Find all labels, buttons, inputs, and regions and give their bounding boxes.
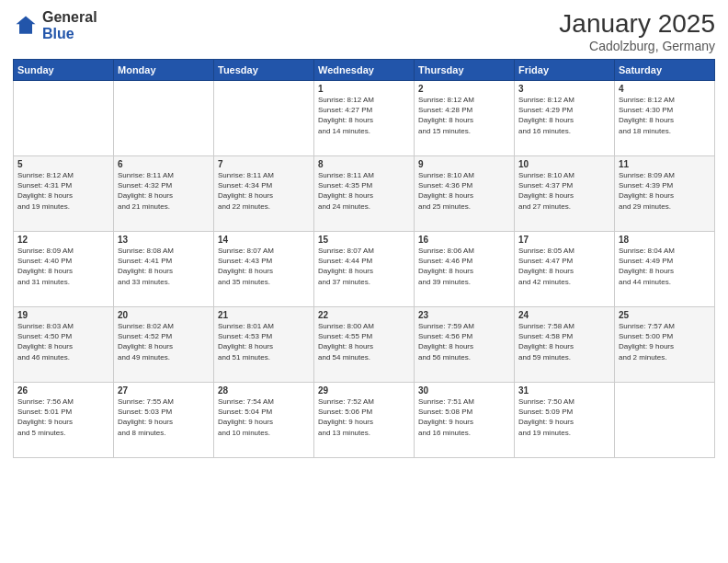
calendar-week-row: 5Sunrise: 8:12 AM Sunset: 4:31 PM Daylig…	[14, 156, 715, 232]
calendar-cell	[14, 81, 114, 156]
day-info: Sunrise: 8:02 AM Sunset: 4:52 PM Dayligh…	[118, 321, 210, 362]
day-number: 24	[518, 310, 610, 320]
day-number: 17	[518, 235, 610, 245]
day-info: Sunrise: 8:12 AM Sunset: 4:28 PM Dayligh…	[418, 95, 510, 136]
calendar-cell: 24Sunrise: 7:58 AM Sunset: 4:58 PM Dayli…	[515, 307, 615, 383]
day-info: Sunrise: 7:52 AM Sunset: 5:06 PM Dayligh…	[318, 396, 410, 438]
weekday-header: Saturday	[615, 60, 715, 81]
day-info: Sunrise: 8:04 AM Sunset: 4:49 PM Dayligh…	[619, 246, 711, 287]
day-number: 29	[318, 385, 410, 396]
calendar-cell: 5Sunrise: 8:12 AM Sunset: 4:31 PM Daylig…	[14, 156, 114, 232]
day-number: 18	[619, 235, 711, 245]
calendar-cell: 23Sunrise: 7:59 AM Sunset: 4:56 PM Dayli…	[415, 307, 515, 383]
day-info: Sunrise: 8:12 AM Sunset: 4:31 PM Dayligh…	[17, 170, 109, 212]
weekday-header: Friday	[515, 60, 615, 81]
day-info: Sunrise: 8:11 AM Sunset: 4:32 PM Dayligh…	[118, 170, 210, 212]
calendar-week-row: 19Sunrise: 8:03 AM Sunset: 4:50 PM Dayli…	[14, 307, 715, 383]
day-info: Sunrise: 7:51 AM Sunset: 5:08 PM Dayligh…	[418, 396, 510, 438]
day-info: Sunrise: 8:00 AM Sunset: 4:55 PM Dayligh…	[318, 321, 410, 362]
day-number: 20	[118, 310, 210, 320]
calendar-cell: 27Sunrise: 7:55 AM Sunset: 5:03 PM Dayli…	[114, 383, 214, 458]
calendar-cell: 22Sunrise: 8:00 AM Sunset: 4:55 PM Dayli…	[314, 307, 415, 383]
svg-marker-0	[17, 16, 36, 33]
logo: General Blue	[13, 9, 97, 41]
weekday-header: Wednesday	[314, 60, 415, 81]
day-number: 19	[17, 310, 109, 320]
day-info: Sunrise: 8:01 AM Sunset: 4:53 PM Dayligh…	[218, 321, 310, 362]
day-info: Sunrise: 8:12 AM Sunset: 4:29 PM Dayligh…	[518, 95, 610, 136]
day-info: Sunrise: 7:54 AM Sunset: 5:04 PM Dayligh…	[218, 396, 310, 438]
calendar-cell	[114, 81, 214, 156]
day-number: 2	[418, 84, 510, 94]
day-info: Sunrise: 8:10 AM Sunset: 4:36 PM Dayligh…	[418, 170, 510, 212]
day-info: Sunrise: 8:11 AM Sunset: 4:35 PM Dayligh…	[318, 170, 410, 212]
calendar-subtitle: Cadolzburg, Germany	[559, 39, 715, 53]
day-number: 6	[118, 159, 210, 169]
calendar-cell: 28Sunrise: 7:54 AM Sunset: 5:04 PM Dayli…	[214, 383, 314, 458]
weekday-header: Sunday	[14, 60, 114, 81]
calendar-cell: 17Sunrise: 8:05 AM Sunset: 4:47 PM Dayli…	[515, 232, 615, 307]
day-number: 15	[318, 235, 410, 245]
calendar-cell: 31Sunrise: 7:50 AM Sunset: 5:09 PM Dayli…	[515, 383, 615, 458]
day-number: 25	[619, 310, 711, 320]
calendar-cell: 10Sunrise: 8:10 AM Sunset: 4:37 PM Dayli…	[515, 156, 615, 232]
calendar-cell: 29Sunrise: 7:52 AM Sunset: 5:06 PM Dayli…	[314, 383, 415, 458]
calendar-cell: 25Sunrise: 7:57 AM Sunset: 5:00 PM Dayli…	[615, 307, 715, 383]
day-number: 5	[17, 159, 109, 169]
calendar-cell: 4Sunrise: 8:12 AM Sunset: 4:30 PM Daylig…	[615, 81, 715, 156]
calendar-week-row: 26Sunrise: 7:56 AM Sunset: 5:01 PM Dayli…	[14, 383, 715, 458]
weekday-header: Tuesday	[214, 60, 314, 81]
calendar-cell: 12Sunrise: 8:09 AM Sunset: 4:40 PM Dayli…	[14, 232, 114, 307]
calendar-week-row: 12Sunrise: 8:09 AM Sunset: 4:40 PM Dayli…	[14, 232, 715, 307]
day-info: Sunrise: 8:07 AM Sunset: 4:44 PM Dayligh…	[318, 246, 410, 287]
day-info: Sunrise: 8:08 AM Sunset: 4:41 PM Dayligh…	[118, 246, 210, 287]
calendar-cell: 7Sunrise: 8:11 AM Sunset: 4:34 PM Daylig…	[214, 156, 314, 232]
weekday-header-row: SundayMondayTuesdayWednesdayThursdayFrid…	[14, 60, 715, 81]
day-number: 23	[418, 310, 510, 320]
header: General Blue January 2025 Cadolzburg, Ge…	[13, 9, 715, 53]
calendar-cell: 3Sunrise: 8:12 AM Sunset: 4:29 PM Daylig…	[515, 81, 615, 156]
weekday-header: Monday	[114, 60, 214, 81]
calendar-table: SundayMondayTuesdayWednesdayThursdayFrid…	[13, 59, 715, 458]
day-number: 8	[318, 159, 410, 169]
calendar-cell: 6Sunrise: 8:11 AM Sunset: 4:32 PM Daylig…	[114, 156, 214, 232]
calendar-cell: 16Sunrise: 8:06 AM Sunset: 4:46 PM Dayli…	[415, 232, 515, 307]
day-info: Sunrise: 8:05 AM Sunset: 4:47 PM Dayligh…	[518, 246, 610, 287]
weekday-header: Thursday	[415, 60, 515, 81]
calendar-cell: 2Sunrise: 8:12 AM Sunset: 4:28 PM Daylig…	[415, 81, 515, 156]
day-info: Sunrise: 8:06 AM Sunset: 4:46 PM Dayligh…	[418, 246, 510, 287]
day-info: Sunrise: 7:55 AM Sunset: 5:03 PM Dayligh…	[118, 396, 210, 438]
day-info: Sunrise: 7:58 AM Sunset: 4:58 PM Dayligh…	[518, 321, 610, 362]
day-number: 11	[619, 159, 711, 169]
logo-icon	[13, 13, 39, 39]
calendar-title: January 2025	[559, 9, 715, 39]
calendar-cell: 21Sunrise: 8:01 AM Sunset: 4:53 PM Dayli…	[214, 307, 314, 383]
day-info: Sunrise: 7:50 AM Sunset: 5:09 PM Dayligh…	[518, 396, 610, 438]
day-number: 30	[418, 385, 510, 396]
day-number: 16	[418, 235, 510, 245]
calendar-cell: 9Sunrise: 8:10 AM Sunset: 4:36 PM Daylig…	[415, 156, 515, 232]
calendar-cell: 20Sunrise: 8:02 AM Sunset: 4:52 PM Dayli…	[114, 307, 214, 383]
day-number: 9	[418, 159, 510, 169]
day-info: Sunrise: 7:57 AM Sunset: 5:00 PM Dayligh…	[619, 321, 711, 362]
day-info: Sunrise: 8:12 AM Sunset: 4:27 PM Dayligh…	[318, 95, 410, 136]
day-info: Sunrise: 8:09 AM Sunset: 4:39 PM Dayligh…	[619, 170, 711, 212]
day-number: 22	[318, 310, 410, 320]
title-block: January 2025 Cadolzburg, Germany	[559, 9, 715, 53]
calendar-cell: 8Sunrise: 8:11 AM Sunset: 4:35 PM Daylig…	[314, 156, 415, 232]
day-number: 12	[17, 235, 109, 245]
day-number: 1	[318, 84, 410, 94]
day-number: 10	[518, 159, 610, 169]
calendar-cell: 19Sunrise: 8:03 AM Sunset: 4:50 PM Dayli…	[14, 307, 114, 383]
day-info: Sunrise: 8:12 AM Sunset: 4:30 PM Dayligh…	[619, 95, 711, 136]
day-number: 4	[619, 84, 711, 94]
calendar-cell: 1Sunrise: 8:12 AM Sunset: 4:27 PM Daylig…	[314, 81, 415, 156]
logo-blue: Blue	[42, 26, 97, 42]
calendar-week-row: 1Sunrise: 8:12 AM Sunset: 4:27 PM Daylig…	[14, 81, 715, 156]
day-info: Sunrise: 8:09 AM Sunset: 4:40 PM Dayligh…	[17, 246, 109, 287]
day-number: 31	[518, 385, 610, 396]
day-number: 13	[118, 235, 210, 245]
day-number: 26	[17, 385, 109, 396]
day-info: Sunrise: 8:11 AM Sunset: 4:34 PM Dayligh…	[218, 170, 310, 212]
calendar-cell: 11Sunrise: 8:09 AM Sunset: 4:39 PM Dayli…	[615, 156, 715, 232]
